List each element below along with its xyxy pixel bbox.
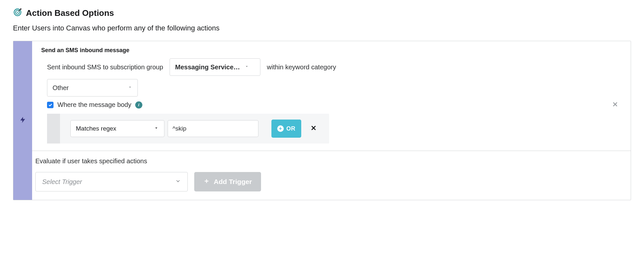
regex-input[interactable] [168, 120, 258, 137]
bolt-icon [19, 115, 26, 126]
checkbox-label: Where the message body [57, 101, 131, 109]
section-subtitle: Enter Users into Canvas who perform any … [13, 24, 631, 32]
select-trigger-placeholder: Select Trigger [42, 178, 82, 186]
info-icon[interactable]: i [135, 101, 142, 109]
subscription-group-value: Messaging Service… [175, 63, 240, 71]
select-trigger-dropdown[interactable]: Select Trigger [35, 172, 188, 191]
accent-bar [13, 41, 32, 200]
label-within-category: within keyword category [267, 63, 336, 71]
operator-value: Matches regex [76, 125, 116, 132]
filter-row: Matches regex + OR [47, 114, 329, 144]
section-title: Action Based Options [26, 8, 114, 18]
target-icon [13, 8, 22, 18]
remove-trigger-icon[interactable] [611, 100, 620, 110]
chevron-down-icon [244, 64, 249, 70]
svg-point-2 [17, 12, 18, 13]
trigger-title: Send an SMS inbound message [41, 47, 622, 54]
plus-icon [203, 178, 210, 186]
keyword-category-value: Other [53, 84, 69, 92]
plus-circle-icon: + [277, 125, 284, 132]
keyword-category-select[interactable]: Other [47, 79, 138, 97]
add-trigger-button[interactable]: Add Trigger [194, 172, 261, 191]
chevron-down-icon [154, 125, 159, 132]
chevron-down-icon [175, 178, 181, 185]
drag-handle[interactable] [47, 114, 60, 144]
remove-filter-icon[interactable] [308, 123, 319, 134]
trigger-panel: Send an SMS inbound message Sent inbound… [13, 41, 631, 200]
chevron-down-icon [128, 85, 132, 91]
message-body-checkbox[interactable] [47, 102, 54, 108]
add-trigger-label: Add Trigger [214, 178, 252, 186]
or-button[interactable]: + OR [271, 120, 301, 138]
subscription-group-select[interactable]: Messaging Service… [170, 58, 260, 76]
or-button-label: OR [286, 125, 295, 132]
operator-select[interactable]: Matches regex [70, 120, 164, 137]
label-sent-inbound: Sent inbound SMS to subscription group [47, 63, 163, 71]
evaluate-label: Evaluate if user takes specified actions [35, 157, 631, 165]
